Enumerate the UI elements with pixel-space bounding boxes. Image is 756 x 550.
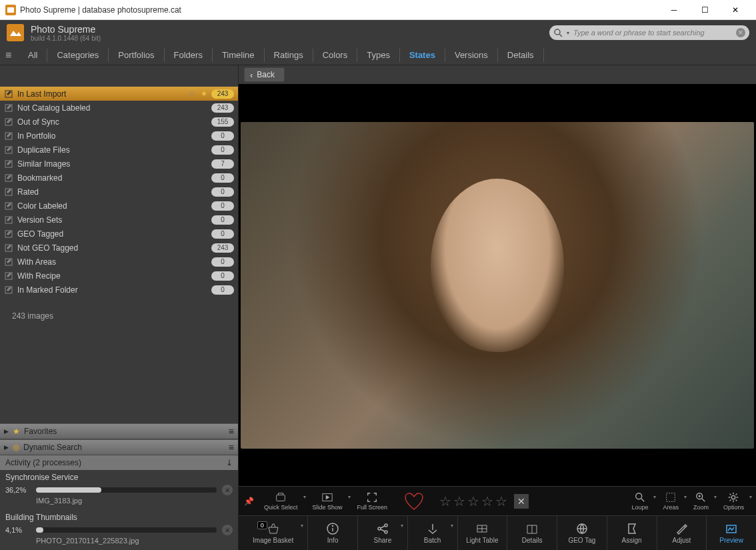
tab-states[interactable]: States xyxy=(400,49,445,62)
state-item[interactable]: Color Labeled0 xyxy=(0,199,238,213)
svg-line-23 xyxy=(641,499,645,502)
assign-button[interactable]: Assign xyxy=(607,516,657,550)
state-item[interactable]: GEO Tagged0 xyxy=(0,227,238,241)
expand-icon: ▶ xyxy=(4,428,9,435)
star-2[interactable]: ☆ xyxy=(453,493,465,509)
image-basket-button[interactable]: 0 Image Basket▾ xyxy=(239,516,308,550)
state-item[interactable]: In Last Import▽★243 xyxy=(0,87,238,101)
state-item[interactable]: Rated0 xyxy=(0,185,238,199)
state-item[interactable]: Not Catalog Labeled243 xyxy=(0,101,238,115)
slide-show-button[interactable]: Slide Show▾ xyxy=(306,490,349,512)
pin-icon[interactable]: 📌 xyxy=(244,497,256,506)
dynamic-search-panel-header[interactable]: ▶ ◎ Dynamic Search ≡ xyxy=(0,439,238,455)
adjust-button[interactable]: Adjust xyxy=(657,516,707,550)
activity-filename: IMG_3183.jpg xyxy=(5,495,233,506)
tab-colors[interactable]: Colors xyxy=(313,49,358,62)
svg-point-34 xyxy=(385,524,387,527)
svg-line-36 xyxy=(381,526,385,528)
progress-bar xyxy=(36,527,217,533)
favorite-heart-button[interactable] xyxy=(402,491,426,512)
tab-all[interactable]: All xyxy=(19,49,47,62)
search-input[interactable] xyxy=(573,29,732,37)
edit-icon xyxy=(4,257,13,267)
full-screen-button[interactable]: Full Screen xyxy=(351,490,395,512)
tab-versions[interactable]: Versions xyxy=(445,49,498,62)
state-item[interactable]: Similar Images7 xyxy=(0,157,238,171)
state-item[interactable]: With Recipe0 xyxy=(0,269,238,283)
edit-icon xyxy=(4,187,13,197)
zoom-button[interactable]: Zoom▾ xyxy=(687,490,715,512)
preview-button[interactable]: Preview xyxy=(707,516,756,550)
search-clear-icon[interactable]: ✕ xyxy=(736,28,745,37)
geo-tag-button[interactable]: GEO Tag xyxy=(557,516,607,550)
svg-rect-20 xyxy=(277,495,285,501)
svg-rect-24 xyxy=(667,493,675,502)
batch-button[interactable]: Batch▾ xyxy=(408,516,458,550)
tab-categories[interactable]: Categories xyxy=(47,49,109,62)
app-icon xyxy=(5,5,16,15)
star-3[interactable]: ☆ xyxy=(467,493,479,509)
tab-folders[interactable]: Folders xyxy=(165,49,213,62)
edit-icon xyxy=(4,215,13,225)
state-label: Version Sets xyxy=(17,215,207,225)
state-item[interactable]: In Portfolio0 xyxy=(0,129,238,143)
hamburger-icon[interactable]: ≡ xyxy=(5,49,19,61)
panel-menu-icon[interactable]: ≡ xyxy=(229,426,234,437)
state-item[interactable]: With Areas0 xyxy=(0,255,238,269)
search-box[interactable]: ▾ ✕ xyxy=(549,25,749,40)
panel-menu-icon[interactable]: ≡ xyxy=(229,442,234,453)
favorites-panel-header[interactable]: ▶ ★ Favorites ≡ xyxy=(0,423,238,439)
quick-select-button[interactable]: Quick Select▾ xyxy=(257,490,305,512)
dropdown-icon[interactable]: ▽ xyxy=(189,91,194,97)
state-count-badge: 0 xyxy=(211,173,234,183)
app-header: Photo Supreme build 4.1.0.1448 (64 bit) … xyxy=(0,20,756,45)
cancel-activity-button[interactable]: ✕ xyxy=(222,525,233,535)
app-logo-icon xyxy=(7,24,24,41)
state-item[interactable]: Version Sets0 xyxy=(0,213,238,227)
star-icon: ★ xyxy=(201,89,207,98)
state-label: Rated xyxy=(17,187,207,197)
state-item[interactable]: In Marked Folder0 xyxy=(0,283,238,297)
edit-icon xyxy=(4,145,13,155)
reject-button[interactable]: ✕ xyxy=(514,494,529,509)
window-title: Photo Supreme | database photosupreme.ca… xyxy=(20,5,181,15)
tab-ratings[interactable]: Ratings xyxy=(265,49,313,62)
areas-button[interactable]: Areas▾ xyxy=(656,490,685,512)
tab-portfolios[interactable]: Portfolios xyxy=(109,49,164,62)
star-5[interactable]: ☆ xyxy=(495,493,507,509)
preview-image xyxy=(241,122,754,449)
star-1[interactable]: ☆ xyxy=(439,493,451,509)
minimize-button[interactable]: ─ xyxy=(659,0,689,20)
state-item[interactable]: Duplicate Files0 xyxy=(0,143,238,157)
edit-icon xyxy=(4,159,13,169)
state-item[interactable]: Not GEO Tagged243 xyxy=(0,241,238,255)
expand-icon: ▶ xyxy=(4,444,9,451)
state-count-badge: 243 xyxy=(211,243,234,253)
options-button[interactable]: Options▾ xyxy=(717,490,751,512)
activity-header[interactable]: Activity (2 processes) ⤓ xyxy=(0,455,238,470)
tab-timeline[interactable]: Timeline xyxy=(213,49,265,62)
info-button[interactable]: Info xyxy=(308,516,358,550)
star-4[interactable]: ☆ xyxy=(481,493,493,509)
cancel-activity-button[interactable]: ✕ xyxy=(222,485,233,495)
tab-details[interactable]: Details xyxy=(498,49,544,62)
sidebar: In Last Import▽★243Not Catalog Labeled24… xyxy=(0,65,239,550)
image-viewer[interactable] xyxy=(239,84,756,486)
collapse-icon[interactable]: ⤓ xyxy=(226,458,233,467)
sidebar-image-count: 243 images xyxy=(0,299,238,333)
maximize-button[interactable]: ☐ xyxy=(689,0,720,20)
share-button[interactable]: Share▾ xyxy=(358,516,408,550)
tab-types[interactable]: Types xyxy=(357,49,400,62)
details-button[interactable]: Details xyxy=(507,516,557,550)
progress-bar xyxy=(36,487,217,493)
light-table-button[interactable]: Light Table xyxy=(458,516,508,550)
state-item[interactable]: Out of Sync155 xyxy=(0,115,238,129)
loupe-button[interactable]: Loupe▾ xyxy=(625,490,655,512)
rating-stars[interactable]: ☆☆☆☆☆ xyxy=(439,493,507,509)
edit-icon xyxy=(4,285,13,295)
state-count-badge: 0 xyxy=(211,257,234,267)
close-button[interactable]: ✕ xyxy=(720,0,751,20)
state-item[interactable]: Bookmarked0 xyxy=(0,171,238,185)
back-button[interactable]: ‹ Back xyxy=(244,67,285,82)
svg-point-3 xyxy=(555,29,560,35)
